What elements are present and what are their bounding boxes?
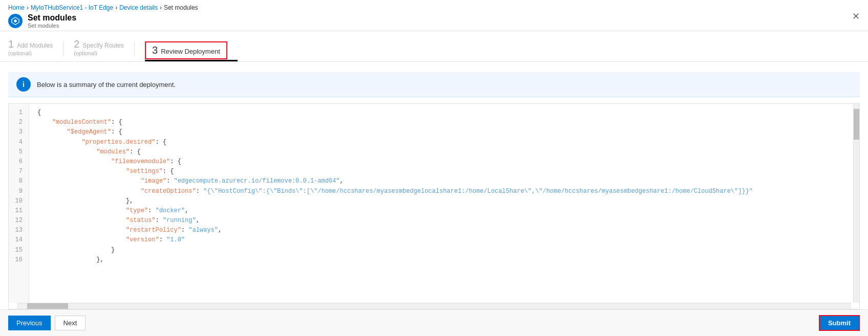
title-row: Set modules Set modules [8,13,198,29]
title-text: Set modules Set modules [28,13,76,29]
top-bar: Home › MyIoTHubService1 - IoT Edge › Dev… [0,0,868,31]
breadcrumb: Home › MyIoTHubService1 - IoT Edge › Dev… [8,4,198,11]
step-3-active-bar [145,60,238,61]
footer: Previous Next Submit [0,309,868,336]
footer-left: Previous Next [8,316,86,330]
previous-button[interactable]: Previous [8,316,51,330]
page-title: Set modules [28,13,76,23]
next-button[interactable]: Next [55,316,86,330]
step-3[interactable]: 3 Review Deployment [145,41,238,61]
step-3-label: Review Deployment [161,48,220,55]
page-subtitle: Set modules [28,23,76,29]
info-icon: i [16,77,31,92]
scrollbar-thumb [854,109,859,140]
breadcrumb-home[interactable]: Home [8,4,25,11]
step-3-number: 3 [152,44,158,56]
step-3-box: 3 Review Deployment [145,41,227,59]
code-content[interactable]: 1 2 3 4 5 6 7 8 9 10 11 12 13 14 15 16 {… [9,104,859,303]
info-banner: i Below is a summary of the current depl… [8,72,860,97]
horizontal-scrollbar[interactable] [17,303,851,309]
module-icon [8,14,23,28]
step-2[interactable]: 2 Specify Routes (optional) [74,38,134,61]
top-bar-left: Home › MyIoTHubService1 - IoT Edge › Dev… [8,4,198,29]
svg-point-1 [14,19,16,22]
code-area: 1 2 3 4 5 6 7 8 9 10 11 12 13 14 15 16 {… [8,103,860,309]
step-1[interactable]: 1 Add Modules (optional) [8,38,63,61]
code-text: { "modulesContent": { "$edgeAgent": { "p… [29,104,853,303]
close-button[interactable]: ✕ [852,12,860,21]
step-1-sub: (optional) [8,50,32,56]
steps-bar: 1 Add Modules (optional) 2 Specify Route… [0,31,868,62]
breadcrumb-current: Set modules [164,4,198,11]
horizontal-scrollbar-thumb [27,303,68,309]
breadcrumb-iot-edge[interactable]: MyIoTHubService1 - IoT Edge [31,4,113,11]
step-1-label: Add Modules [17,42,53,49]
step-2-sub: (optional) [74,50,97,56]
step-2-number: 2 [74,38,79,50]
step-2-label: Specify Routes [82,42,124,49]
step-1-number: 1 [8,38,14,50]
submit-button[interactable]: Submit [819,315,860,331]
breadcrumb-device-details[interactable]: Device details [119,4,158,11]
main-content: i Below is a summary of the current depl… [0,62,868,309]
info-text: Below is a summary of the current deploy… [37,81,176,88]
line-numbers: 1 2 3 4 5 6 7 8 9 10 11 12 13 14 15 16 [9,104,29,303]
scrollbar[interactable] [853,104,859,303]
